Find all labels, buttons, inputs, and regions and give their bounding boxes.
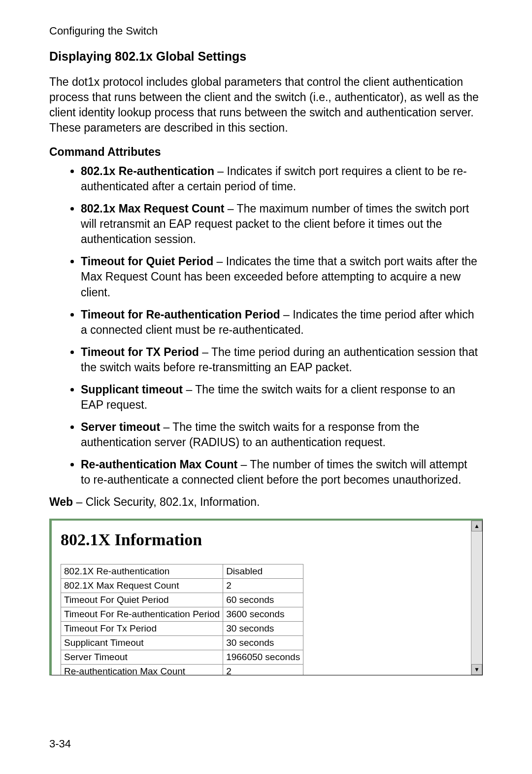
attr-term: Timeout for TX Period (81, 346, 199, 358)
web-rest: – Click Security, 802.1x, Information. (73, 495, 260, 508)
cell-label: Server Timeout (61, 650, 223, 665)
list-item: Re-authentication Max Count – The number… (81, 457, 483, 488)
web-prefix: Web (49, 495, 73, 508)
section-title: Displaying 802.1x Global Settings (49, 49, 483, 64)
cell-value: 2 (223, 665, 303, 675)
list-item: Server timeout – The time the switch wai… (81, 420, 483, 450)
table-row: 802.1X Max Request Count2 (61, 579, 303, 593)
info-table: 802.1X Re-authenticationDisabled 802.1X … (61, 564, 303, 675)
cell-label: 802.1X Max Request Count (61, 579, 223, 593)
list-item: Supplicant timeout – The time the switch… (81, 382, 483, 413)
list-item: 802.1x Max Request Count – The maximum n… (81, 201, 483, 247)
attr-term: Supplicant timeout (81, 383, 183, 396)
list-item: 802.1x Re-authentication – Indicates if … (81, 164, 483, 194)
attr-term: 802.1x Max Request Count (81, 202, 224, 215)
table-row: Supplicant Timeout30 seconds (61, 636, 303, 650)
chevron-down-icon: ▼ (474, 667, 480, 672)
cell-label: Re-authentication Max Count (61, 665, 223, 675)
panel-title: 802.1X Information (61, 530, 462, 549)
table-row: Timeout For Re-authentication Period3600… (61, 607, 303, 622)
scroll-up-button[interactable]: ▲ (471, 521, 482, 531)
cell-label: Timeout For Quiet Period (61, 593, 223, 607)
scroll-track[interactable] (471, 531, 482, 664)
cell-value: 60 seconds (223, 593, 303, 607)
screenshot-content: 802.1X Information 802.1X Re-authenticat… (52, 521, 471, 675)
cell-value: 2 (223, 579, 303, 593)
command-attributes-heading: Command Attributes (49, 145, 483, 159)
chevron-up-icon: ▲ (474, 523, 480, 529)
scroll-down-button[interactable]: ▼ (471, 664, 482, 675)
command-attributes-list: 802.1x Re-authentication – Indicates if … (49, 164, 483, 488)
vertical-scrollbar[interactable]: ▲ ▼ (471, 521, 482, 675)
list-item: Timeout for Quiet Period – Indicates the… (81, 254, 483, 300)
table-row: Server Timeout1966050 seconds (61, 650, 303, 665)
table-row: Re-authentication Max Count2 (61, 665, 303, 675)
attr-term: Timeout for Re-authentication Period (81, 308, 280, 321)
list-item: Timeout for TX Period – The time period … (81, 345, 483, 375)
cell-value: 3600 seconds (223, 607, 303, 622)
cell-label: Timeout For Re-authentication Period (61, 607, 223, 622)
attr-term: 802.1x Re-authentication (81, 165, 214, 177)
attr-term: Timeout for Quiet Period (81, 255, 213, 268)
attr-term: Server timeout (81, 421, 160, 433)
attr-term: Re-authentication Max Count (81, 458, 237, 471)
table-row: Timeout For Tx Period30 seconds (61, 622, 303, 636)
cell-value: 30 seconds (223, 636, 303, 650)
table-row: 802.1X Re-authenticationDisabled (61, 564, 303, 579)
cell-label: 802.1X Re-authentication (61, 564, 223, 579)
web-navigation-line: Web – Click Security, 802.1x, Informatio… (49, 495, 483, 509)
screenshot-panel: 802.1X Information 802.1X Re-authenticat… (49, 519, 483, 675)
cell-value: Disabled (223, 564, 303, 579)
cell-label: Supplicant Timeout (61, 636, 223, 650)
list-item: Timeout for Re-authentication Period – I… (81, 307, 483, 338)
cell-label: Timeout For Tx Period (61, 622, 223, 636)
running-header: Configuring the Switch (49, 25, 483, 37)
intro-paragraph: The dot1x protocol includes global param… (49, 74, 483, 136)
cell-value: 1966050 seconds (223, 650, 303, 665)
cell-value: 30 seconds (223, 622, 303, 636)
table-row: Timeout For Quiet Period60 seconds (61, 593, 303, 607)
page-number: 3-34 (49, 738, 71, 750)
